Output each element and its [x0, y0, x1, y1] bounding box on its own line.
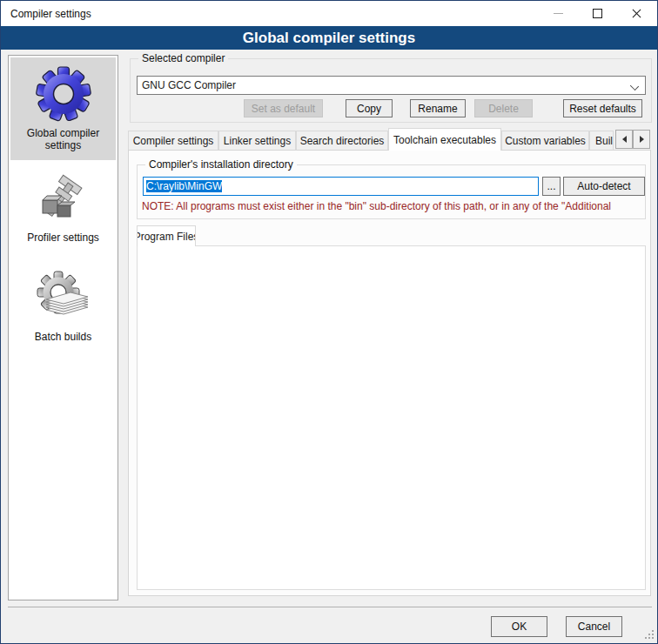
tab-custom-variables[interactable]: Custom variables — [501, 131, 589, 150]
resize-grip-icon[interactable] — [645, 630, 654, 639]
gear-blue-icon — [10, 57, 116, 125]
tab-scroll-left-button[interactable] — [615, 130, 633, 149]
close-icon — [632, 9, 641, 18]
selected-compiler-group-label: Selected compiler — [138, 52, 228, 64]
window-title: Compiler settings — [10, 8, 91, 20]
sidebar-item-profiler-settings[interactable]: Profiler settings — [10, 162, 116, 259]
installation-directory-browse-button[interactable]: ... — [542, 177, 561, 196]
sidebar-item-label: Profiler settings — [10, 230, 116, 249]
arrow-left-icon — [622, 136, 627, 143]
sidebar-item-batch-builds[interactable]: Batch builds — [10, 261, 116, 364]
installation-directory-value: C:\raylib\MinGW — [146, 180, 222, 192]
sidebar-item-label: Global compiler settings — [10, 125, 116, 157]
tab-toolchain-executables[interactable]: Toolchain executables — [388, 128, 501, 151]
footer-divider — [8, 607, 652, 607]
ok-button[interactable]: OK — [491, 616, 547, 637]
tab-compiler-settings[interactable]: Compiler settings — [128, 131, 218, 150]
tab-linker-settings[interactable]: Linker settings — [218, 131, 296, 150]
minimize-icon — [554, 13, 563, 14]
tab-build-options[interactable]: Build — [589, 131, 614, 150]
arrow-right-icon — [640, 136, 644, 143]
maximize-button[interactable] — [578, 1, 617, 26]
maximize-icon — [593, 9, 602, 18]
close-button[interactable] — [617, 1, 656, 26]
minimize-button[interactable] — [539, 1, 578, 26]
delete-button[interactable]: Delete — [474, 99, 533, 117]
installation-directory-group-label: Compiler's installation directory — [145, 158, 297, 171]
rename-button[interactable]: Rename — [410, 99, 466, 117]
auto-detect-button[interactable]: Auto-detect — [563, 177, 645, 196]
installation-note: NOTE: All programs must exist either in … — [142, 200, 642, 213]
dialog-banner: Global compiler settings — [1, 26, 657, 50]
gear-stack-icon — [10, 261, 116, 329]
window-controls — [539, 1, 656, 26]
tab-search-directories[interactable]: Search directories — [296, 131, 388, 150]
sidebar-item-global-compiler-settings[interactable]: Global compiler settings — [10, 57, 116, 160]
banner-title: Global compiler settings — [243, 30, 415, 47]
caliper-icon — [10, 162, 116, 230]
title-bar: Compiler settings — [1, 1, 657, 26]
tab-scroll-right-button[interactable] — [633, 130, 650, 149]
chevron-down-icon — [630, 82, 639, 91]
compiler-settings-window: Compiler settings Global compiler settin… — [0, 0, 658, 644]
program-files-page — [137, 245, 646, 590]
cancel-button[interactable]: Cancel — [566, 616, 622, 637]
reset-defaults-button[interactable]: Reset defaults — [563, 99, 642, 117]
tab-program-files[interactable]: Program Files — [137, 225, 196, 246]
compiler-select-value: GNU GCC Compiler — [142, 79, 236, 91]
set-as-default-button[interactable]: Set as default — [244, 99, 323, 117]
sidebar-item-label: Batch builds — [10, 329, 116, 348]
compiler-select[interactable]: GNU GCC Compiler — [137, 76, 646, 95]
installation-directory-input[interactable]: C:\raylib\MinGW — [143, 177, 539, 196]
settings-category-list: Global compiler settings — [8, 55, 118, 600]
copy-button[interactable]: Copy — [346, 99, 393, 117]
